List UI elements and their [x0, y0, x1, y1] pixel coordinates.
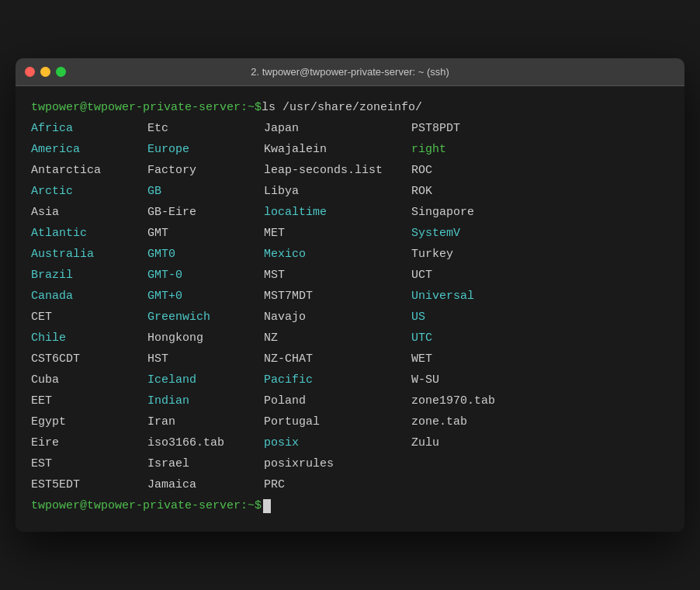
list-item: CST6CDT: [31, 349, 147, 370]
list-item: CET: [31, 307, 147, 328]
list-item: Egypt: [31, 411, 147, 432]
titlebar: 2. twpower@twpower-private-server: ~ (ss…: [16, 58, 684, 86]
list-item: zone.tab: [411, 411, 559, 432]
maximize-button[interactable]: [56, 67, 66, 77]
list-item: Arctic: [31, 181, 147, 202]
list-item: Asia: [31, 202, 147, 223]
list-item: leap-seconds.list: [264, 160, 411, 181]
list-item: GMT0: [147, 244, 264, 265]
list-item: Iran: [147, 411, 264, 432]
list-item: GMT-0: [147, 265, 264, 286]
list-item: localtime: [264, 202, 411, 223]
list-item: GB: [147, 181, 264, 202]
list-item: Iceland: [147, 370, 264, 390]
command-text: ls /usr/share/zoneinfo/: [262, 97, 422, 118]
list-item: Eire: [31, 432, 147, 453]
list-item: WET: [411, 349, 559, 370]
list-item: Jamaica: [147, 474, 264, 495]
list-item: UCT: [411, 265, 559, 286]
list-item: Libya: [264, 181, 411, 202]
list-item: Antarctica: [31, 160, 147, 181]
list-item: Hongkong: [147, 328, 264, 349]
list-item: Singapore: [411, 202, 559, 223]
list-item: Europe: [147, 139, 264, 160]
list-item: Africa: [31, 118, 147, 139]
list-item: Greenwich: [147, 307, 264, 328]
cursor: [263, 499, 271, 513]
list-item: PST8PDT: [411, 118, 559, 139]
list-item: PRC: [264, 474, 411, 495]
list-item: Portugal: [264, 411, 411, 432]
list-item: GB-Eire: [147, 202, 264, 223]
terminal-body[interactable]: twpower@twpower-private-server:~$ ls /us…: [16, 86, 684, 532]
list-item: Poland: [264, 390, 411, 411]
list-item: Chile: [31, 328, 147, 349]
list-item: Factory: [147, 160, 264, 181]
list-item: HST: [147, 349, 264, 370]
list-item: MST7MDT: [264, 286, 411, 307]
list-item: posix: [264, 432, 411, 453]
list-item: [411, 453, 559, 474]
list-item: MST: [264, 265, 411, 286]
list-item: EST5EDT: [31, 474, 147, 495]
close-button[interactable]: [25, 67, 35, 77]
list-item: Atlantic: [31, 223, 147, 244]
list-item: ROC: [411, 160, 559, 181]
list-item: posixrules: [264, 453, 411, 474]
list-item: Navajo: [264, 307, 411, 328]
list-item: Israel: [147, 453, 264, 474]
output-grid: Africa Etc Japan PST8PDT America Europe …: [31, 118, 669, 495]
prompt-text: twpower@twpower-private-server:~$: [31, 97, 262, 118]
traffic-lights: [25, 67, 66, 77]
terminal-window: 2. twpower@twpower-private-server: ~ (ss…: [16, 58, 684, 532]
titlebar-text: 2. twpower@twpower-private-server: ~ (ss…: [251, 66, 449, 78]
list-item: Indian: [147, 390, 264, 411]
list-item: NZ-CHAT: [264, 349, 411, 370]
list-item: GMT: [147, 223, 264, 244]
list-item: America: [31, 139, 147, 160]
list-item: GMT+0: [147, 286, 264, 307]
minimize-button[interactable]: [40, 67, 50, 77]
list-item: iso3166.tab: [147, 432, 264, 453]
list-item: EST: [31, 453, 147, 474]
list-item: Kwajalein: [264, 139, 411, 160]
command-line: twpower@twpower-private-server:~$ ls /us…: [31, 97, 669, 118]
list-item: Etc: [147, 118, 264, 139]
list-item: Universal: [411, 286, 559, 307]
list-item: Cuba: [31, 370, 147, 390]
list-item: Turkey: [411, 244, 559, 265]
list-item: SystemV: [411, 223, 559, 244]
second-prompt-text: twpower@twpower-private-server:~$: [31, 495, 262, 516]
list-item: [411, 474, 559, 495]
list-item: Pacific: [264, 370, 411, 390]
list-item: zone1970.tab: [411, 390, 559, 411]
list-item: W-SU: [411, 370, 559, 390]
list-item: Mexico: [264, 244, 411, 265]
list-item: Canada: [31, 286, 147, 307]
list-item: UTC: [411, 328, 559, 349]
list-item: Japan: [264, 118, 411, 139]
list-item: Zulu: [411, 432, 559, 453]
list-item: Australia: [31, 244, 147, 265]
list-item: right: [411, 139, 559, 160]
second-prompt-line: twpower@twpower-private-server:~$: [31, 495, 669, 516]
list-item: US: [411, 307, 559, 328]
list-item: ROK: [411, 181, 559, 202]
list-item: Brazil: [31, 265, 147, 286]
list-item: EET: [31, 390, 147, 411]
list-item: MET: [264, 223, 411, 244]
list-item: NZ: [264, 328, 411, 349]
